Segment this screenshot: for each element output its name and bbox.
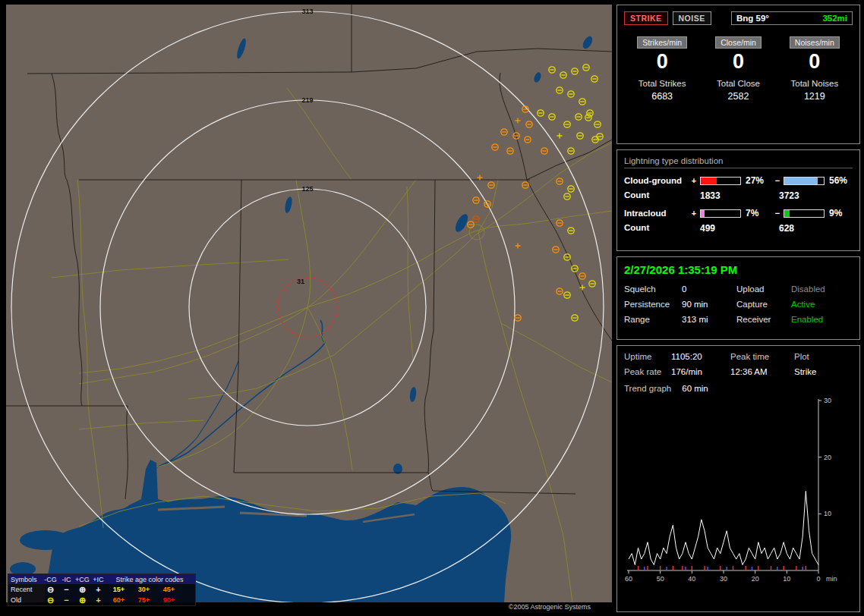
svg-text:50: 50 — [657, 575, 664, 583]
ring-label-31: 31 — [297, 278, 304, 285]
intracloud-label: Intracloud — [624, 209, 688, 218]
age-15: 15+ — [106, 586, 131, 593]
noises-per-min: Noises/min 0 — [777, 35, 853, 74]
ring-label-219: 219 — [301, 96, 313, 104]
distribution-title: Lightning type distribution — [624, 156, 853, 168]
legend-row-recent: Recent ⊖ − ⊕ + 15+ 30+ 45+ — [8, 584, 195, 595]
strikes-per-min-value: 0 — [624, 50, 700, 74]
legend-col-ic-neg: -IC — [58, 576, 74, 583]
svg-text:0: 0 — [816, 575, 820, 583]
peak-rate-value: 176/min — [671, 367, 730, 376]
ic-neg-bar — [784, 209, 825, 218]
ic-neg-symbol-icon: − — [58, 596, 74, 604]
peak-time-label: Peak time — [730, 352, 794, 361]
counters-box: STRIKE NOISE Bng 59° 352mi Strikes/min 0… — [616, 5, 860, 144]
cg-neg-bar — [784, 177, 825, 185]
legend-old-label: Old — [11, 596, 43, 604]
ic-pos-symbol-icon: + — [90, 596, 106, 604]
legend-age-title: Strike age color codes — [106, 576, 193, 583]
total-close-value: 2582 — [700, 91, 776, 102]
close-per-min: Close/min 0 — [700, 35, 776, 74]
settings-grid: Squelch 0 Upload Disabled Persistence 90… — [624, 284, 853, 324]
ic-neg-count: 628 — [767, 223, 846, 234]
close-per-min-chip[interactable]: Close/min — [715, 36, 762, 49]
bearing-value: Bng 59° — [736, 14, 769, 23]
strikes-per-min-chip[interactable]: Strikes/min — [637, 36, 687, 49]
svg-text:20: 20 — [824, 454, 831, 461]
count-label: Count — [624, 190, 688, 201]
ic-pos-symbol-icon: + — [90, 586, 106, 593]
capture-status: Active — [791, 300, 853, 309]
svg-text:40: 40 — [688, 575, 695, 583]
status-box: 2/27/2026 1:35:19 PM Squelch 0 Upload Di… — [616, 256, 860, 340]
plus-sign: + — [689, 209, 698, 218]
ic-neg-symbol-icon: − — [58, 586, 74, 593]
plot-label: Plot — [794, 352, 853, 361]
plot-value: Strike — [794, 367, 853, 376]
legend-header: Symbols -CG -IC +CG +IC Strike age color… — [8, 574, 195, 584]
range-value: 313 mi — [682, 315, 736, 324]
cg-pos-symbol-icon: ⊕ — [74, 596, 90, 604]
receiver-status: Enabled — [791, 315, 853, 324]
minus-sign: − — [773, 176, 782, 185]
cg-pos-bar — [700, 177, 741, 185]
legend-col-cg-pos: +CG — [74, 576, 90, 583]
squelch-value: 0 — [682, 284, 736, 294]
noise-button[interactable]: NOISE — [673, 11, 711, 25]
noises-per-min-chip[interactable]: Noises/min — [790, 36, 840, 49]
strike-button[interactable]: STRIKE — [624, 11, 668, 25]
ic-pos-count: 499 — [688, 223, 767, 234]
legend-col-ic-pos: +IC — [90, 576, 106, 583]
total-noises-value: 1219 — [777, 91, 853, 102]
peak-rate-label: Peak rate — [624, 367, 671, 376]
range-label: Range — [624, 315, 682, 324]
lightning-map[interactable]: 313 219 125 31 — [6, 5, 612, 602]
cg-neg-symbol-icon: ⊖ — [43, 596, 58, 604]
cg-neg-symbol-icon: ⊖ — [43, 586, 58, 593]
total-noises-label: Total Noises — [777, 79, 853, 88]
total-noises: Total Noises 1219 — [777, 79, 853, 102]
persistence-value: 90 min — [682, 300, 736, 309]
uptime-value: 1105:20 — [671, 352, 730, 361]
cg-pos-symbol-icon: ⊕ — [74, 586, 90, 593]
total-strikes-value: 6683 — [624, 91, 700, 102]
strikes-per-min: Strikes/min 0 — [624, 35, 700, 74]
trend-graph: 1020306050403020100min — [624, 398, 852, 587]
strike-legend: Symbols -CG -IC +CG +IC Strike age color… — [8, 574, 196, 606]
legend-symbols-label: Symbols — [11, 576, 43, 583]
svg-text:10: 10 — [824, 510, 831, 517]
svg-text:10: 10 — [783, 575, 790, 583]
persistence-label: Persistence — [624, 300, 682, 309]
receiver-label: Receiver — [736, 315, 791, 324]
total-close: Total Close 2582 — [700, 79, 776, 102]
side-panel: STRIKE NOISE Bng 59° 352mi Strikes/min 0… — [616, 5, 860, 612]
age-30: 30+ — [131, 586, 156, 593]
trend-graph-header: Trend graph 60 min — [624, 384, 853, 393]
cg-pos-pct: 27% — [743, 175, 771, 186]
total-strikes: Total Strikes 6683 — [624, 79, 700, 102]
uptime-label: Uptime — [624, 352, 671, 361]
count-label: Count — [624, 223, 688, 234]
minus-sign: − — [773, 209, 782, 218]
total-close-label: Total Close — [700, 79, 776, 88]
trend-graph-label: Trend graph — [624, 384, 671, 393]
svg-text:30: 30 — [720, 575, 727, 583]
stats-grid: Uptime 1105:20 Peak time Plot Peak rate … — [624, 352, 853, 376]
legend-recent-label: Recent — [11, 586, 43, 593]
datetime-display: 2/27/2026 1:35:19 PM — [624, 263, 853, 276]
legend-col-cg-neg: -CG — [43, 576, 58, 583]
peak-time-value: 12:36 AM — [730, 367, 794, 376]
app-window: 313 219 125 31 Symbols -CG -IC +CG +IC S… — [0, 0, 864, 616]
squelch-label: Squelch — [624, 284, 682, 294]
capture-label: Capture — [736, 300, 791, 309]
svg-text:30: 30 — [824, 398, 831, 404]
svg-text:60: 60 — [625, 575, 632, 583]
stats-box: Uptime 1105:20 Peak time Plot Peak rate … — [616, 345, 860, 612]
cloud-ground-label: Cloud-ground — [624, 176, 688, 185]
svg-text:20: 20 — [752, 575, 759, 583]
cg-neg-count: 3723 — [767, 190, 846, 201]
upload-status: Disabled — [791, 284, 853, 294]
ic-pos-pct: 7% — [743, 208, 771, 218]
ic-neg-pct: 9% — [826, 208, 855, 218]
total-strikes-label: Total Strikes — [624, 79, 700, 88]
